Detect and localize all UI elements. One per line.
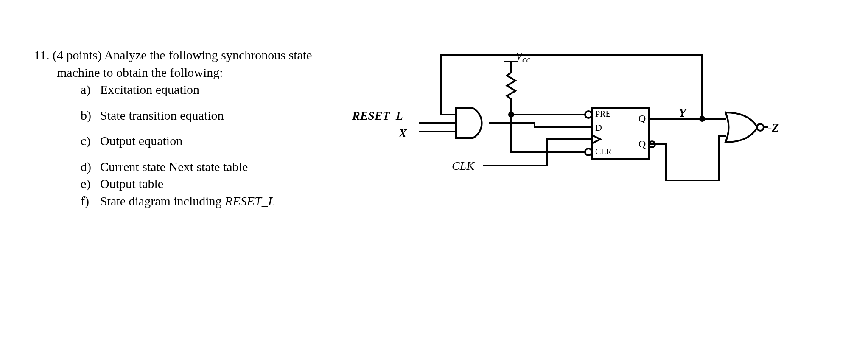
- sub-letter: e): [81, 175, 93, 193]
- label-q: Q: [638, 113, 646, 124]
- label-clr: CLR: [595, 147, 612, 157]
- label-pre: PRE: [595, 109, 611, 119]
- sub-item-b: b) State transition equation: [81, 107, 339, 124]
- vcc-sub: cc: [522, 54, 530, 65]
- question-points: (4 points): [53, 48, 102, 62]
- circuit-svg: [356, 47, 768, 199]
- label-z: -Z: [768, 121, 779, 135]
- sub-text: Output equation: [100, 132, 182, 150]
- question-text: 11. (4 points) Analyze the following syn…: [34, 47, 339, 210]
- sub-item-c: c) Output equation: [81, 132, 339, 150]
- svg-point-3: [700, 117, 704, 121]
- circuit-diagram: Vcc RESET_L X CLK PRE D CLR Q Q Y -Z: [356, 47, 768, 199]
- page: 11. (4 points) Analyze the following syn…: [0, 0, 868, 348]
- sub-letter: a): [81, 81, 93, 98]
- label-d: D: [595, 122, 602, 133]
- sub-text: State diagram including RESET_L: [100, 193, 275, 210]
- sub-text: Current state Next state table: [100, 158, 248, 176]
- label-y: Y: [679, 106, 686, 120]
- question-prompt-1: Analyze the following synchronous state: [104, 48, 312, 62]
- sub-list: a) Excitation equation b) State transiti…: [81, 81, 339, 210]
- sub-text: Excitation equation: [100, 81, 199, 98]
- question-prompt-2: machine to obtain the following:: [57, 65, 223, 79]
- sub-item-a: a) Excitation equation: [81, 81, 339, 98]
- vcc-v: V: [515, 50, 522, 62]
- label-vcc: Vcc: [515, 50, 530, 65]
- content-row: 11. (4 points) Analyze the following syn…: [34, 47, 851, 210]
- label-reset-l: RESET_L: [352, 109, 403, 123]
- question-number: 11.: [34, 48, 49, 62]
- sub-text: State transition equation: [100, 107, 224, 124]
- label-x: X: [399, 126, 407, 140]
- sub-letter: b): [81, 107, 93, 124]
- sub-letter: d): [81, 158, 93, 176]
- sub-text-italic: RESET_L: [225, 194, 275, 208]
- sub-text-prefix: State diagram including: [100, 194, 225, 208]
- sub-item-d: d) Current state Next state table: [81, 158, 339, 176]
- sub-text: Output table: [100, 175, 163, 193]
- sub-item-f: f) State diagram including RESET_L: [81, 193, 339, 210]
- question-line1: 11. (4 points) Analyze the following syn…: [34, 47, 339, 64]
- label-clk: CLK: [452, 159, 474, 173]
- sub-letter: c): [81, 132, 93, 150]
- sub-item-e: e) Output table: [81, 175, 339, 193]
- label-qbar: Q: [638, 138, 646, 150]
- sub-letter: f): [81, 193, 93, 210]
